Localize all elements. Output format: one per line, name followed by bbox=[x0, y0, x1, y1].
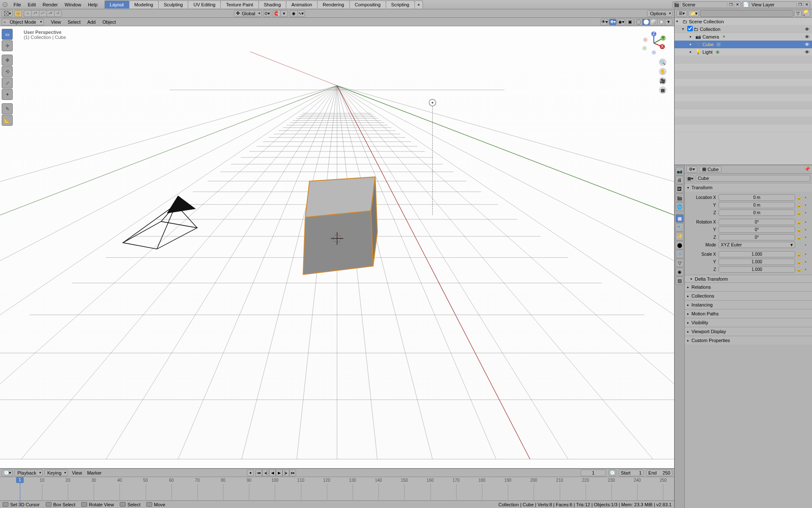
transform-orientation[interactable]: ✥Global bbox=[234, 10, 262, 17]
workspace-modeling[interactable]: Modeling bbox=[129, 0, 159, 8]
workspace-texture-paint[interactable]: Texture Paint bbox=[220, 0, 258, 8]
panel-relations[interactable]: ▸Relations bbox=[685, 283, 812, 291]
workspace-compositing[interactable]: Compositing bbox=[349, 0, 386, 8]
proportional-options[interactable]: ∿▾ bbox=[297, 10, 305, 17]
nav-zoom-icon[interactable]: 🔍 bbox=[659, 58, 667, 66]
nav-gizmo[interactable]: X Y Z bbox=[641, 30, 667, 56]
workspace-rendering[interactable]: Rendering bbox=[317, 0, 350, 8]
visibility-toggle-icon[interactable]: 👁 bbox=[805, 34, 809, 39]
frame-start-field[interactable]: Start1 bbox=[619, 469, 644, 476]
tool-scale[interactable]: ⤢ bbox=[2, 77, 13, 88]
jump-start[interactable]: ⏮ bbox=[255, 469, 262, 476]
panel-motion-paths[interactable]: ▸Motion Paths bbox=[685, 309, 812, 318]
shading-material[interactable] bbox=[650, 19, 657, 25]
shading-solid[interactable] bbox=[642, 19, 650, 25]
viewport-menu-add[interactable]: Add bbox=[84, 19, 99, 25]
lock-icon[interactable]: 🔓 bbox=[796, 210, 802, 216]
outliner-editor-type[interactable]: ☰▾ bbox=[676, 10, 687, 17]
tab-data[interactable]: ▽ bbox=[675, 259, 684, 267]
xray-toggle[interactable]: ▣ bbox=[626, 19, 634, 25]
lock-icon[interactable]: 🔓 bbox=[796, 251, 802, 257]
workspace-shading[interactable]: Shading bbox=[258, 0, 286, 8]
lock-icon[interactable]: 🔓 bbox=[796, 259, 802, 265]
tool-measure[interactable]: 📐 bbox=[2, 115, 13, 126]
scene-selector[interactable]: 🎬 Scene ❐ ✕ bbox=[672, 1, 741, 8]
use-preview-range[interactable]: 🕘 bbox=[609, 469, 616, 476]
panel-viewport-display[interactable]: ▸Viewport Display bbox=[685, 327, 812, 336]
select-invert[interactable]: ▫ⁱ bbox=[54, 10, 62, 17]
shading-options[interactable]: ▾ bbox=[665, 19, 672, 25]
viewlayer-name[interactable]: View Layer bbox=[750, 2, 796, 7]
frame-end-field[interactable]: End250 bbox=[646, 469, 672, 476]
scale-z-field[interactable]: 1.000 bbox=[719, 266, 795, 273]
proportional-toggle[interactable]: ◉ bbox=[290, 10, 297, 17]
tab-constraints[interactable]: 🔗 bbox=[675, 250, 684, 258]
menu-help[interactable]: Help bbox=[85, 1, 101, 8]
tab-particles[interactable]: ✨ bbox=[675, 232, 684, 240]
timeline-playback-menu[interactable]: Playback bbox=[14, 469, 43, 476]
rotation-x-field[interactable]: 0° bbox=[719, 219, 795, 225]
properties-editor-type[interactable]: ⚙▾ bbox=[686, 166, 697, 173]
scene-new-button[interactable]: ❐ bbox=[727, 3, 734, 7]
select-intersect[interactable]: ▫ˣ bbox=[47, 10, 54, 17]
keyframe-prev[interactable]: ◂| bbox=[262, 469, 269, 476]
scale-y-field[interactable]: 1.000 bbox=[719, 259, 795, 265]
select-subtract[interactable]: ▫⁻ bbox=[39, 10, 47, 17]
timeline-editor-type[interactable]: 🕘▾ bbox=[2, 469, 13, 476]
panel-visibility[interactable]: ▸Visibility bbox=[685, 318, 812, 327]
cursor-tool-icon[interactable] bbox=[14, 10, 22, 17]
tool-cursor[interactable]: ✛ bbox=[2, 40, 13, 51]
tab-modifiers[interactable]: 🔧 bbox=[675, 223, 684, 232]
workspace-add[interactable]: + bbox=[414, 0, 423, 8]
tool-move[interactable]: ✥ bbox=[2, 55, 13, 66]
outliner-filter[interactable]: ▽ bbox=[794, 10, 802, 17]
location-z-field[interactable]: 0 m bbox=[719, 210, 795, 216]
tab-render[interactable]: 📷 bbox=[675, 167, 684, 175]
lock-icon[interactable]: 🔓 bbox=[796, 219, 802, 225]
outliner-item-light[interactable]: ▸💡Light ◉ 👁 bbox=[675, 48, 812, 56]
tool-annotate[interactable]: ✎ bbox=[2, 103, 13, 114]
visibility-toggle-icon[interactable]: 👁 bbox=[805, 27, 809, 32]
rotation-mode-select[interactable]: XYZ Euler▾ bbox=[719, 242, 795, 248]
outliner-scene-collection[interactable]: ▾🗀Scene Collection bbox=[675, 18, 812, 25]
outliner-display-mode[interactable]: 📁▾ bbox=[688, 10, 699, 17]
object-name-field[interactable] bbox=[696, 175, 810, 182]
tool-rotate[interactable]: ⟲ bbox=[2, 66, 13, 77]
show-overlays[interactable]: ◉▾ bbox=[617, 19, 625, 25]
scene-name[interactable]: Scene bbox=[680, 2, 727, 7]
viewlayer-delete-button[interactable]: ✕ bbox=[803, 3, 810, 7]
nav-pan-icon[interactable]: ✋ bbox=[659, 68, 667, 75]
timeline-marker-menu[interactable]: Marker bbox=[85, 469, 104, 476]
viewlayer-new-button[interactable]: ❐ bbox=[796, 3, 803, 7]
outliner-collection[interactable]: ▾🗀Collection 👁 bbox=[675, 25, 812, 33]
menu-edit[interactable]: Edit bbox=[25, 1, 39, 8]
select-extend[interactable]: ▫⁺ bbox=[31, 10, 39, 17]
editor-type-selector[interactable]: ▾ bbox=[2, 10, 13, 17]
panel-transform-header[interactable]: ▾Transform bbox=[685, 183, 812, 192]
snap-toggle[interactable]: 🧲 bbox=[273, 10, 280, 17]
current-frame-field[interactable]: 1 bbox=[581, 469, 606, 476]
breadcrumb-object[interactable]: ▦Cube bbox=[699, 166, 721, 172]
outliner-item-camera[interactable]: ▸📷Camera ▾ 👁 bbox=[675, 33, 812, 41]
show-gizmo[interactable]: ✥▾ bbox=[609, 19, 617, 25]
tab-material[interactable]: ◉ bbox=[675, 268, 684, 276]
workspace-uv-editing[interactable]: UV Editing bbox=[188, 0, 221, 8]
pivot-point[interactable]: ⊙▾ bbox=[263, 10, 271, 17]
mode-selector[interactable]: Object Mode bbox=[2, 19, 44, 25]
workspace-sculpting[interactable]: Sculpting bbox=[158, 0, 188, 8]
rotation-y-field[interactable]: 0° bbox=[719, 226, 795, 233]
keyframe-next[interactable]: |▸ bbox=[283, 469, 289, 476]
timeline-ruler[interactable]: 1 10203040506070809010011012013014015016… bbox=[0, 477, 674, 500]
tab-viewlayer[interactable]: 🖼 bbox=[675, 185, 684, 193]
shading-rendered[interactable] bbox=[657, 19, 665, 25]
panel-collections[interactable]: ▸Collections bbox=[685, 292, 812, 300]
jump-end[interactable]: ⏭ bbox=[289, 469, 296, 476]
workspace-animation[interactable]: Animation bbox=[286, 0, 318, 8]
scale-x-field[interactable]: 1.000 bbox=[719, 251, 795, 257]
lock-icon[interactable]: 🔓 bbox=[796, 202, 802, 208]
viewport-menu-object[interactable]: Object bbox=[99, 19, 119, 25]
3d-viewport[interactable]: ▭ ✛ ✥ ⟲ ⤢ ✦ ✎ 📐 User Perspective (1) Col… bbox=[0, 26, 674, 468]
datablock-icon[interactable]: ▦▾ bbox=[686, 175, 694, 182]
workspace-scripting[interactable]: Scripting bbox=[386, 0, 415, 8]
viewlayer-selector[interactable]: 📄 View Layer ❐ ✕ bbox=[742, 1, 810, 8]
